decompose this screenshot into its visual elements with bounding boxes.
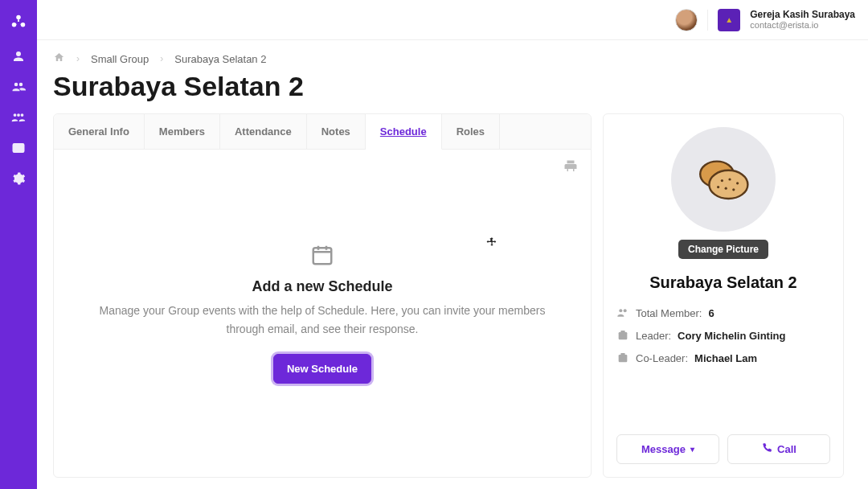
breadcrumb: › Small Group › Surabaya Selatan 2 — [53, 51, 852, 66]
call-button[interactable]: Call — [727, 434, 830, 464]
print-icon[interactable] — [563, 159, 578, 177]
app-logo-icon — [10, 13, 27, 34]
svg-point-14 — [736, 182, 739, 184]
svg-point-4 — [19, 83, 23, 87]
svg-point-18 — [619, 309, 622, 312]
total-member-label: Total Member: — [636, 307, 702, 319]
tab-attendance[interactable]: Attendance — [220, 114, 307, 149]
breadcrumb-level-2[interactable]: Surabaya Selatan 2 — [174, 53, 266, 65]
svg-point-11 — [709, 171, 747, 199]
move-icon[interactable] — [486, 236, 497, 251]
empty-state-description: Manage your Group events with the help o… — [97, 302, 547, 338]
coleader-label: Co-Leader: — [636, 352, 688, 364]
nav-groups-2-icon[interactable] — [10, 79, 27, 95]
tab-roles[interactable]: Roles — [442, 114, 500, 149]
message-button-label: Message — [641, 443, 686, 455]
total-member-value: 6 — [708, 307, 714, 319]
svg-point-3 — [14, 83, 18, 87]
leader-label: Leader: — [636, 330, 671, 342]
topbar: ▲ Gereja Kasih Surabaya contact@erista.i… — [37, 0, 868, 40]
total-member-row: Total Member: 6 — [616, 306, 830, 319]
coleader-value: Michael Lam — [694, 352, 757, 364]
tab-general-info[interactable]: General Info — [54, 114, 145, 149]
empty-state-title: Add a new Schedule — [252, 278, 392, 295]
org-info[interactable]: Gereja Kasih Surabaya contact@erista.io — [750, 9, 855, 31]
coleader-row: Co-Leader: Michael Lam — [616, 351, 830, 364]
svg-point-2 — [21, 23, 26, 27]
leader-value: Cory Michelin Ginting — [678, 330, 785, 342]
sidebar — [0, 0, 37, 489]
svg-point-15 — [725, 187, 727, 190]
svg-point-7 — [21, 113, 24, 117]
change-picture-button[interactable]: Change Picture — [678, 240, 768, 259]
svg-point-0 — [16, 15, 21, 20]
tab-notes[interactable]: Notes — [307, 114, 366, 149]
schedule-tab-body: Add a new Schedule Manage your Group eve… — [54, 150, 591, 477]
tabs: General Info Members Attendance Notes Sc… — [54, 114, 591, 150]
svg-rect-20 — [619, 332, 628, 339]
group-name: Surabaya Selatan 2 — [649, 273, 796, 292]
svg-point-13 — [728, 178, 731, 180]
svg-point-19 — [624, 309, 627, 312]
svg-point-16 — [732, 188, 735, 191]
chevron-right-icon: › — [160, 53, 163, 64]
vertical-divider — [707, 10, 708, 31]
new-schedule-button[interactable]: New Schedule — [273, 354, 371, 384]
nav-groups-3-icon[interactable] — [10, 109, 27, 125]
svg-point-17 — [717, 186, 719, 188]
svg-rect-21 — [620, 331, 624, 333]
leader-row: Leader: Cory Michelin Ginting — [616, 329, 830, 342]
group-detail-panel: Change Picture Surabaya Selatan 2 Total … — [603, 113, 844, 478]
group-picture — [671, 127, 776, 232]
svg-point-5 — [14, 113, 17, 117]
nav-mail-icon[interactable] — [10, 140, 27, 156]
message-button[interactable]: Message ▾ — [616, 434, 719, 464]
nav-people-icon[interactable] — [10, 48, 27, 64]
svg-point-6 — [17, 113, 20, 117]
user-avatar[interactable] — [675, 9, 698, 31]
phone-icon — [761, 442, 772, 456]
calendar-icon — [310, 243, 334, 270]
nav-settings-icon[interactable] — [10, 171, 27, 187]
svg-rect-9 — [313, 248, 332, 264]
chevron-right-icon: › — [76, 53, 80, 64]
main-panel: General Info Members Attendance Notes Sc… — [53, 113, 592, 478]
chevron-down-icon: ▾ — [690, 445, 694, 454]
breadcrumb-level-1[interactable]: Small Group — [91, 53, 149, 65]
svg-point-1 — [12, 23, 17, 27]
tab-members[interactable]: Members — [145, 114, 220, 149]
svg-rect-23 — [620, 353, 624, 355]
org-email: contact@erista.io — [750, 20, 855, 31]
call-button-label: Call — [777, 443, 796, 455]
org-logo-icon[interactable]: ▲ — [718, 9, 740, 31]
home-icon[interactable] — [53, 51, 65, 66]
tab-schedule[interactable]: Schedule — [366, 114, 442, 150]
org-name: Gereja Kasih Surabaya — [750, 9, 855, 20]
page-title: Surabaya Selatan 2 — [53, 71, 852, 102]
svg-point-12 — [721, 179, 723, 182]
svg-rect-22 — [619, 355, 628, 362]
